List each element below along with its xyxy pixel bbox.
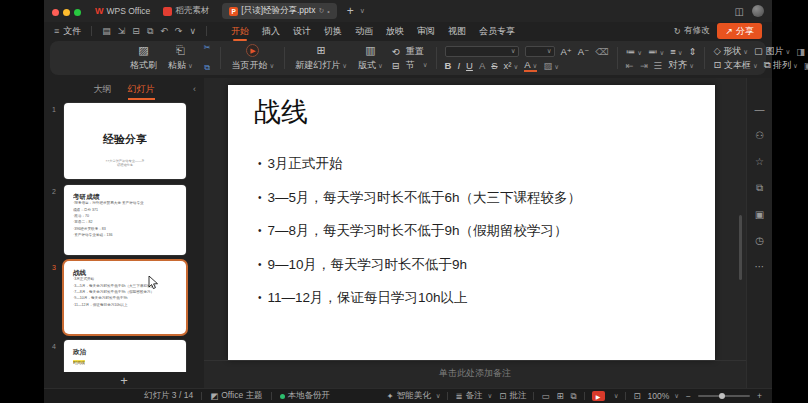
favorites-icon[interactable]: ☆ <box>755 156 764 167</box>
line-spacing-button[interactable]: ≡∨ <box>670 46 682 57</box>
history-icon[interactable]: ◷ <box>755 235 764 246</box>
zoom-level[interactable]: 100%∨ <box>648 391 680 401</box>
reset-button[interactable]: ⟲重置 <box>392 44 428 58</box>
file-menu[interactable]: ≡ 文件 <box>54 25 81 38</box>
slide-body[interactable]: •3月正式开始•3—5月，每天学习时长不低于6h（大三下课程较多）•7—8月，每… <box>258 155 695 323</box>
close-button[interactable] <box>52 9 59 16</box>
fit-screen-icon[interactable]: ⊡ <box>633 391 640 401</box>
indent-decrease-icon[interactable]: ⇤ <box>626 60 634 71</box>
bold-button[interactable]: B <box>445 60 452 71</box>
menu-item-1[interactable]: 插入 <box>262 23 280 40</box>
reading-view-icon[interactable]: ⧉ <box>571 391 577 402</box>
menu-item-4[interactable]: 动画 <box>355 23 373 40</box>
increase-font-icon[interactable]: A⁺ <box>561 46 572 57</box>
notes-button[interactable]: ≣备注∨ <box>455 390 492 402</box>
clear-format-icon[interactable]: ⌫ <box>595 46 608 57</box>
add-slide-button[interactable]: + <box>44 372 204 388</box>
paste-button[interactable]: ⎗ 粘贴∨ <box>166 43 195 73</box>
textbox-button[interactable]: ⊡ 文本框∨ <box>713 59 757 72</box>
copy-icon[interactable]: ⧉ <box>204 64 210 72</box>
split-view-icon[interactable]: ◫ <box>735 6 744 17</box>
tab-docer[interactable]: 稻壳素材 <box>156 3 216 19</box>
slideshow-options-icon[interactable]: ∨ <box>614 392 619 400</box>
zoom-slider[interactable] <box>698 395 750 397</box>
comments-button[interactable]: ⊡批注 <box>499 390 526 402</box>
undo-icon[interactable]: ↶ <box>160 26 168 36</box>
theme-indicator[interactable]: ◩Office 主题 <box>210 390 262 402</box>
slide-thumbnail-2[interactable]: 考研成绩·报考信息：对外经济贸易大学 资产评估专业成绩：总分 371·政治：70… <box>64 185 186 255</box>
decrease-font-icon[interactable]: A⁻ <box>578 46 589 57</box>
slide-editor[interactable]: 战线 •3月正式开始•3—5月，每天学习时长不低于6h（大三下课程较多）•7—8… <box>228 85 715 360</box>
profile-tool-icon[interactable]: ⚇ <box>755 130 764 141</box>
collapse-panel-icon[interactable]: ‹ <box>193 84 196 94</box>
save-icon[interactable]: ▤ <box>102 26 111 36</box>
zoom-out-button[interactable]: − <box>686 391 691 401</box>
menu-item-3[interactable]: 切换 <box>324 23 342 40</box>
strikethrough-button[interactable]: S <box>491 60 497 71</box>
more-tools-icon[interactable]: ⋯ <box>755 261 765 272</box>
fill-button[interactable]: ▣∨ <box>804 60 808 71</box>
char-spacing-icon[interactable]: A <box>479 60 485 71</box>
export-icon[interactable]: ⇲ <box>118 26 126 36</box>
font-size-select[interactable]: ∨ <box>525 46 555 57</box>
media-button[interactable]: ◨∨ <box>796 46 808 57</box>
avatar[interactable] <box>752 5 764 17</box>
slide-sorter-icon[interactable]: ⊞ <box>556 391 563 401</box>
slide-thumbnail-4[interactable]: 政治时间线·7月，跟着课程完成第一遍基础学习，配套练习巩固 <box>64 340 186 372</box>
canvas-scrollbar[interactable] <box>739 215 742 280</box>
play-from-current-button[interactable]: ▶ 当页开始∨ <box>229 43 276 73</box>
font-name-select[interactable]: ∨ <box>445 46 519 57</box>
tab-outline[interactable]: 大纲 <box>94 83 112 96</box>
picture-button[interactable]: ▢ 图片∨ <box>754 45 790 58</box>
slide-thumbnail-1[interactable]: 经验分享××大学资产评估专业——考研经验分享 <box>64 103 186 179</box>
tab-document[interactable]: P [只读]经验分享.pptx ↻ • <box>222 3 336 19</box>
share-button[interactable]: ↗ 分享 <box>717 23 762 39</box>
normal-view-icon[interactable]: ▭ <box>541 391 549 401</box>
slide-tools-icon[interactable]: ⧉ <box>756 182 763 194</box>
align-button[interactable]: 对齐∨ <box>668 59 694 72</box>
slide-thumbnail-3[interactable]: 战线·3月正式开始·3—5月，每天学习时长不低于6h（大三下课程较多）·7—8月… <box>64 261 186 334</box>
arrange-icon: ⧉ <box>764 59 771 70</box>
image-tools-icon[interactable]: ▣ <box>755 209 764 220</box>
cut-icon[interactable]: ✂ <box>204 44 211 52</box>
maximize-button[interactable] <box>74 9 81 16</box>
beautify-button[interactable]: ✦智能美化∨ <box>387 390 441 402</box>
new-slide-button[interactable]: ⊞ 新建幻灯片∨ <box>293 43 349 73</box>
menu-item-2[interactable]: 设计 <box>293 23 311 40</box>
more-actions-chevron-icon[interactable]: ∨ <box>189 26 196 36</box>
zoom-in-button[interactable]: + <box>757 391 762 401</box>
numbered-list-button[interactable]: ≕∨ <box>648 46 664 57</box>
preview-icon[interactable]: ⧉ <box>147 26 153 37</box>
text-direction-button[interactable]: ⇕ <box>689 46 697 57</box>
backup-indicator[interactable]: 本地备份开 <box>280 390 331 402</box>
layout-button[interactable]: ▥ 版式∨ <box>356 43 385 73</box>
new-tab-button[interactable]: + <box>347 4 354 18</box>
shapes-button[interactable]: ◇ 形状∨ <box>713 45 748 58</box>
arrange-button[interactable]: ⧉ 排列∨ <box>764 59 798 72</box>
notes-area[interactable]: 单击此处添加备注 <box>204 360 746 388</box>
indent-increase-icon[interactable]: ⇥ <box>640 60 648 71</box>
tab-list-chevron-icon[interactable]: ∨ <box>360 7 365 15</box>
minimize-button[interactable] <box>63 9 70 16</box>
align-text-icon[interactable]: ☰ <box>654 60 663 71</box>
tab-slides[interactable]: 幻灯片 <box>128 83 155 96</box>
underline-button[interactable]: U <box>466 60 473 71</box>
italic-button[interactable]: I <box>457 60 460 71</box>
menu-item-8[interactable]: 会员专享 <box>479 23 515 40</box>
section-button[interactable]: ⊟节∨ <box>392 58 428 72</box>
redo-icon[interactable]: ↷ <box>175 26 183 36</box>
bullet-list-button[interactable]: ≔∨ <box>626 46 642 57</box>
font-color-button[interactable]: A∨ <box>524 59 537 72</box>
slideshow-play-button[interactable]: ▶ <box>592 391 605 401</box>
zoom-slider-knob[interactable] <box>719 393 725 399</box>
superscript-button[interactable]: x²∨ <box>504 60 519 71</box>
highlight-color-button[interactable]: ▨∨ <box>543 60 559 71</box>
menu-item-7[interactable]: 视图 <box>448 23 466 40</box>
collapse-right-icon[interactable]: — <box>755 104 765 115</box>
print-icon[interactable]: ⊟ <box>132 26 140 36</box>
slide-title[interactable]: 战线 <box>254 94 308 130</box>
menu-item-0[interactable]: 开始 <box>231 23 249 40</box>
menu-item-5[interactable]: 放映 <box>386 23 404 40</box>
menu-item-6[interactable]: 审阅 <box>417 23 435 40</box>
format-painter-button[interactable]: ▨ 格式刷 <box>128 43 159 73</box>
